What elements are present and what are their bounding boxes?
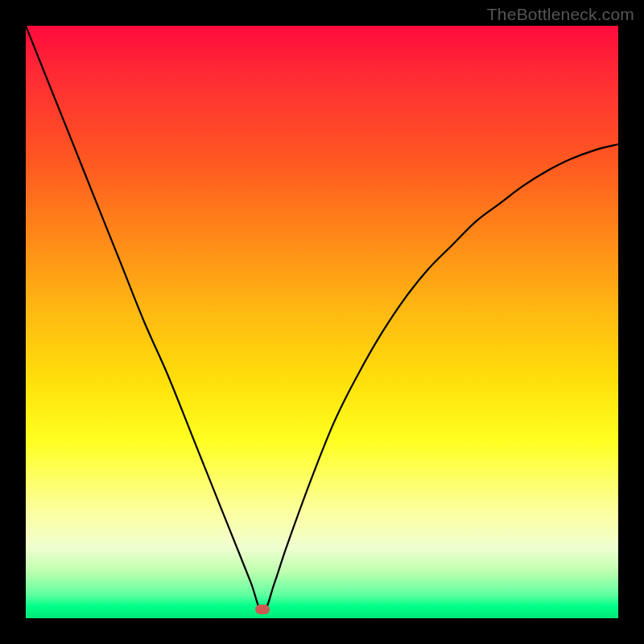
- bottleneck-marker: [255, 605, 270, 614]
- chart-frame: TheBottleneck.com: [0, 0, 644, 644]
- curve-svg: [26, 26, 618, 618]
- bottleneck-curve-path: [26, 26, 618, 613]
- plot-area: [26, 26, 618, 618]
- watermark-text: TheBottleneck.com: [487, 5, 634, 24]
